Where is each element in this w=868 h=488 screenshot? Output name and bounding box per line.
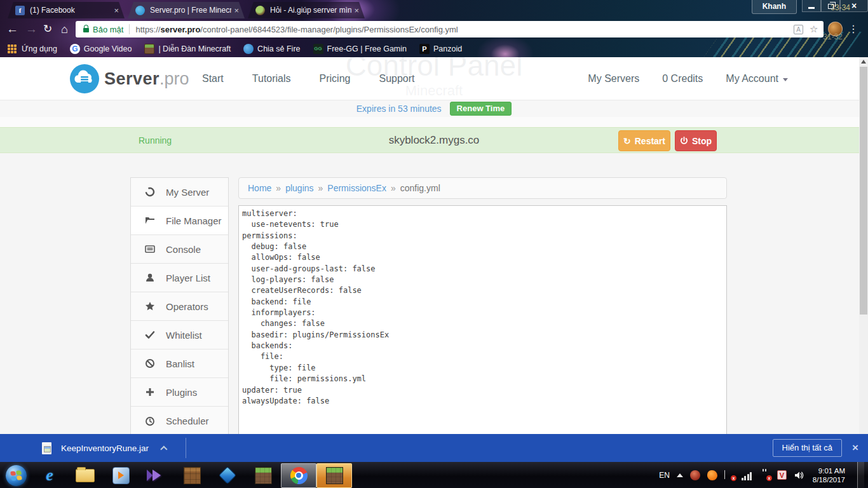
breadcrumb-plugins[interactable]: plugins — [285, 183, 313, 193]
volume-icon[interactable] — [794, 470, 804, 480]
action-center-flag-icon[interactable]: x — [724, 470, 735, 480]
taskbar-item-minecraft-running[interactable] — [316, 463, 352, 488]
chevron-up-icon[interactable] — [160, 445, 167, 452]
unikey-icon[interactable]: V — [777, 470, 787, 480]
sidebar-item-scheduler[interactable]: Scheduler — [131, 407, 228, 434]
language-indicator[interactable]: EN — [659, 471, 670, 480]
browser-menu-icon[interactable]: ⋮ — [848, 22, 858, 37]
breadcrumb-home[interactable]: Home — [248, 183, 271, 193]
taskbar-item-launcher[interactable] — [210, 463, 245, 488]
page-scrollbar[interactable] — [859, 57, 868, 434]
clock[interactable]: 9:01 AM 8/18/2017 — [811, 466, 845, 484]
nav-my-servers[interactable]: My Servers — [588, 73, 639, 85]
sidebar-item-whitelist[interactable]: Whitelist — [131, 321, 228, 349]
taskbar-item-chrome-active[interactable] — [281, 463, 316, 488]
taskbar-item-internet-explorer[interactable]: e — [32, 463, 67, 488]
renew-time-button[interactable]: Renew Time — [450, 102, 512, 116]
start-button[interactable] — [0, 463, 32, 488]
address-bar[interactable]: Bảo mật https://server.pro/control-panel… — [76, 21, 824, 37]
reload-icon[interactable]: ↻ — [43, 22, 52, 37]
browser-profile-button[interactable]: Khanh — [752, 0, 797, 14]
security-label[interactable]: Bảo mật — [93, 25, 123, 34]
show-all-downloads-button[interactable]: Hiển thị tất cả — [773, 439, 843, 457]
back-icon[interactable]: ← — [6, 22, 18, 37]
network-signal-icon[interactable] — [742, 470, 753, 480]
tab-facebook[interactable]: f (1) Facebook × — [8, 2, 125, 18]
forward-icon[interactable]: → — [25, 22, 37, 37]
restart-button[interactable]: ↻Restart — [618, 130, 670, 151]
tab-question[interactable]: Hỏi - Ai.giúp serrver mìn × — [248, 2, 365, 18]
panzoid-icon: P — [419, 44, 430, 54]
tab-title: (1) Facebook — [30, 6, 111, 15]
nav-credits[interactable]: 0 Credits — [662, 73, 703, 85]
sidebar-item-player-list[interactable]: Player List — [131, 264, 228, 292]
system-tray: EN x x V 9:01 AM 8/18/2017 — [659, 462, 868, 488]
nav-support[interactable]: Support — [379, 73, 414, 85]
bookmark-apps[interactable]: Ứng dụng — [8, 44, 57, 53]
tray-antivirus-icon[interactable] — [707, 470, 717, 480]
sidebar-item-my-server[interactable]: My Server — [131, 178, 228, 207]
sidebar-item-operators[interactable]: Operators — [131, 292, 228, 321]
bookmark-chia-se-fire[interactable]: Chia sẻ Fire — [243, 44, 300, 54]
tab-close-icon[interactable]: × — [354, 6, 359, 15]
sidebar-item-file-manager[interactable]: File Manager — [131, 207, 228, 235]
sidebar-item-label: Operators — [166, 301, 208, 312]
taskbar-item-media-player[interactable] — [103, 463, 139, 488]
sidebar-item-console[interactable]: Console — [131, 235, 228, 264]
taskbar-item-minecraft[interactable] — [245, 463, 281, 488]
tray-date: 8/18/2017 — [813, 475, 845, 484]
url-text: https://server.pro/control-panel/6844523… — [135, 25, 794, 34]
bookmark-google-video[interactable]: G Google Video — [70, 44, 132, 54]
tray-app-icon[interactable] — [690, 470, 700, 480]
site-header: Control Panel Minecraft Server.pro Start… — [0, 57, 868, 100]
power-icon — [680, 137, 688, 145]
nav-pricing[interactable]: Pricing — [320, 73, 351, 85]
sidebar: My Server File Manager Console Player Li… — [130, 177, 229, 434]
bookmark-minecraft-forum[interactable]: | Diễn Đàn Minecraft — [144, 44, 231, 54]
bookmark-star-icon[interactable]: ☆ — [810, 24, 818, 35]
scrollbar-thumb[interactable] — [860, 67, 867, 315]
breadcrumb-permissionsex[interactable]: PermissionsEx — [327, 183, 386, 193]
screen: 33-34 31-32 f (1) Facebook × Server.pro … — [0, 0, 868, 488]
tab-close-icon[interactable]: × — [114, 6, 119, 15]
taskbar-item-crafting-table[interactable] — [174, 463, 210, 488]
window-controls: Khanh × — [752, 0, 868, 14]
sidebar-item-banlist[interactable]: Banlist — [131, 349, 228, 378]
my-account-label: My Account — [726, 73, 778, 85]
control-panel-content: My Server File Manager Console Player Li… — [0, 154, 868, 434]
translate-icon[interactable]: A — [794, 25, 803, 34]
plus-icon — [145, 387, 155, 397]
sidebar-item-plugins[interactable]: Plugins — [131, 378, 228, 407]
tab-serverpro[interactable]: Server.pro | Free Minecra × — [128, 2, 245, 18]
close-button[interactable]: × — [840, 0, 868, 12]
download-bar-close-icon[interactable]: × — [852, 442, 858, 454]
download-item[interactable]: KeepInventoryRune.jar — [42, 442, 168, 454]
nav-start[interactable]: Start — [202, 73, 224, 85]
breadcrumb-separator: » — [276, 183, 281, 193]
code-line: use-netevents: true — [242, 219, 726, 230]
restore-button[interactable] — [821, 0, 840, 12]
code-line: informplayers: — [242, 308, 726, 318]
hidden-icons-arrow[interactable] — [677, 473, 683, 477]
taskbar-item-file-explorer[interactable] — [67, 463, 103, 488]
ban-icon — [145, 358, 155, 369]
bookmark-free-gg[interactable]: GG Free-GG | Free Gamin — [313, 44, 407, 54]
minimize-button[interactable] — [802, 0, 821, 12]
nav-my-account[interactable]: My Account — [726, 73, 788, 85]
taskbar-item-kmplayer[interactable] — [139, 463, 174, 488]
tab-close-icon[interactable]: × — [234, 6, 239, 15]
brand-name: Server — [104, 69, 159, 89]
show-desktop-button[interactable] — [857, 462, 864, 488]
brand-tld: .pro — [159, 69, 189, 89]
code-line: log-players: false — [242, 274, 726, 285]
download-bar: KeepInventoryRune.jar Hiển thị tất cả × — [0, 434, 868, 462]
config-file-editor[interactable]: multiserver: use-netevents: true permiss… — [238, 205, 727, 434]
scrollbar-up-icon[interactable] — [861, 60, 866, 64]
nav-tutorials[interactable]: Tutorials — [252, 73, 291, 85]
stop-button[interactable]: Stop — [675, 130, 717, 151]
power-plug-icon[interactable]: x — [760, 470, 770, 480]
site-logo[interactable]: Server.pro — [70, 64, 189, 93]
home-icon[interactable]: ⌂ — [61, 22, 68, 37]
power-circle-icon — [145, 187, 155, 197]
bookmark-panzoid[interactable]: P Panzoid — [419, 44, 462, 54]
